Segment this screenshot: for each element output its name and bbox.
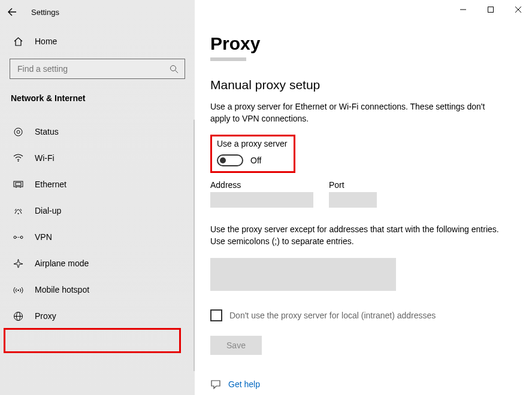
- content-pane: Proxy Manual proxy setup Use a proxy ser…: [195, 0, 532, 395]
- svg-point-6: [17, 160, 19, 162]
- hotspot-icon: [11, 285, 25, 294]
- minimize-button[interactable]: [449, 0, 477, 19]
- toggle-state: Off: [250, 156, 261, 165]
- search-icon: [170, 65, 179, 74]
- nav-item-wifi[interactable]: Wi-Fi: [0, 145, 195, 171]
- vpn-icon: [11, 233, 25, 241]
- svg-point-4: [14, 128, 22, 136]
- svg-rect-8: [16, 183, 21, 186]
- section-description: Use a proxy server for Ethernet or Wi-Fi…: [210, 101, 504, 125]
- nav-label: Wi-Fi: [25, 153, 55, 163]
- section-heading: Manual proxy setup: [210, 78, 508, 92]
- search-box[interactable]: [10, 59, 185, 79]
- address-label: Address: [210, 180, 313, 190]
- svg-line-12: [15, 209, 16, 211]
- arrow-left-icon: [7, 7, 17, 17]
- svg-point-11: [17, 213, 19, 214]
- nav-label: Status: [25, 127, 59, 136]
- proxy-toggle[interactable]: [217, 154, 243, 166]
- nav-label: Dial-up: [25, 206, 61, 215]
- sidebar: Home Network & Internet Status: [0, 0, 195, 395]
- nav-item-hotspot[interactable]: Mobile hotspot: [0, 276, 195, 303]
- exceptions-input[interactable]: [210, 258, 396, 291]
- save-button[interactable]: Save: [210, 336, 262, 355]
- airplane-icon: [11, 259, 25, 269]
- address-input[interactable]: [210, 192, 313, 208]
- svg-line-13: [20, 209, 22, 211]
- nav-category: Network & Internet: [0, 86, 195, 113]
- nav-label: Airplane mode: [25, 259, 89, 268]
- window-controls: [449, 0, 532, 19]
- nav-item-ethernet[interactable]: Ethernet: [0, 171, 195, 198]
- svg-rect-7: [14, 181, 23, 187]
- get-help-label: Get help: [228, 379, 260, 389]
- ethernet-icon: [11, 181, 25, 189]
- home-icon: [11, 37, 25, 47]
- back-button[interactable]: [0, 0, 24, 24]
- toggle-label: Use a proxy server: [217, 139, 289, 148]
- svg-point-17: [17, 289, 19, 290]
- svg-point-5: [17, 130, 20, 133]
- nav-label: Ethernet: [25, 180, 66, 189]
- nav-item-vpn[interactable]: VPN: [0, 224, 195, 250]
- svg-point-2: [171, 65, 176, 71]
- close-button[interactable]: [504, 0, 532, 19]
- window-title: Settings: [24, 8, 59, 17]
- port-label: Port: [329, 180, 377, 190]
- local-checkbox-label: Don't use the proxy server for local (in…: [229, 311, 436, 320]
- proxy-icon: [11, 311, 25, 321]
- svg-rect-1: [488, 7, 494, 13]
- nav-home-label: Home: [25, 37, 57, 46]
- wifi-icon: [11, 154, 25, 162]
- nav-label: Mobile hotspot: [25, 285, 89, 294]
- nav-item-dialup[interactable]: Dial-up: [0, 198, 195, 224]
- chat-icon: [210, 379, 221, 390]
- nav-label: VPN: [25, 232, 52, 242]
- dialup-icon: [11, 207, 25, 215]
- maximize-button[interactable]: [477, 0, 504, 19]
- nav-label: Proxy: [25, 311, 56, 321]
- svg-line-3: [176, 70, 179, 73]
- search-input[interactable]: [16, 63, 160, 74]
- port-input[interactable]: [329, 192, 377, 208]
- local-checkbox[interactable]: [210, 309, 222, 321]
- highlight-box-toggle: Use a proxy server Off: [210, 135, 295, 173]
- status-icon: [11, 127, 25, 137]
- nav-home[interactable]: Home: [0, 29, 195, 54]
- exceptions-description: Use the proxy server except for addresse…: [210, 223, 504, 248]
- get-help-link[interactable]: Get help: [210, 379, 508, 390]
- page-title: Proxy: [210, 34, 508, 54]
- nav-item-airplane[interactable]: Airplane mode: [0, 250, 195, 276]
- svg-point-15: [20, 236, 23, 238]
- svg-point-14: [14, 236, 16, 238]
- title-underline: [210, 57, 246, 61]
- highlight-box-nav: [4, 328, 181, 353]
- nav-item-proxy[interactable]: Proxy: [0, 303, 195, 329]
- nav-item-status[interactable]: Status: [0, 118, 195, 145]
